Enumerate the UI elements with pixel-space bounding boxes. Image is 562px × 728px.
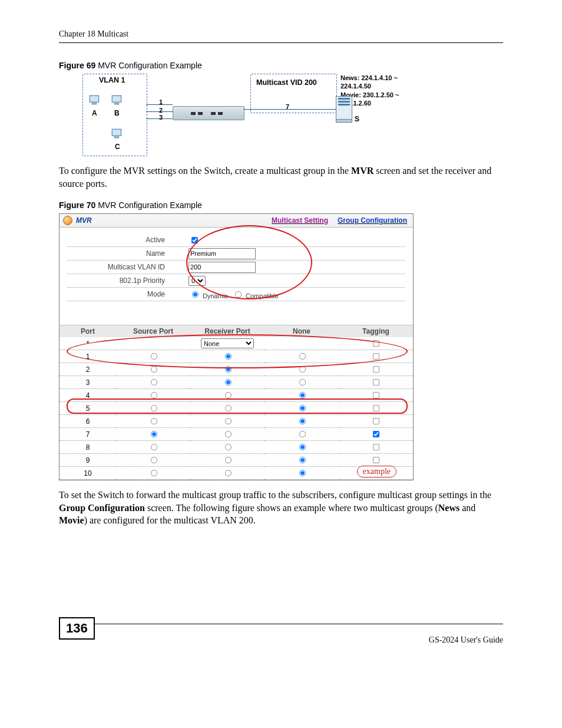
input-multicast-vlan-id[interactable] xyxy=(189,262,256,273)
radio-port-rcv[interactable] xyxy=(224,379,231,386)
svg-rect-2 xyxy=(112,95,121,102)
cell-port: 7 xyxy=(59,428,116,441)
radio-port-src[interactable] xyxy=(150,470,157,476)
checkbox-port-tag[interactable] xyxy=(373,405,379,411)
radio-port-none[interactable] xyxy=(299,470,305,476)
svg-rect-4 xyxy=(112,129,121,136)
table-row: 2 xyxy=(59,363,413,376)
paragraph-2: To set the Switch to forward the multica… xyxy=(59,489,503,527)
radio-port-src[interactable] xyxy=(150,457,157,463)
svg-rect-3 xyxy=(114,103,120,104)
figure69-caption: Figure 69 MVR Configuration Example xyxy=(59,61,503,70)
radio-port-rcv[interactable] xyxy=(224,444,231,450)
radio-port-none[interactable] xyxy=(299,431,305,437)
page-footer: 136 GS-2024 User's Guide xyxy=(59,624,503,651)
page-number: 136 xyxy=(59,617,95,640)
link-group-configuration[interactable]: Group Configuration xyxy=(338,216,407,225)
table-row: 5 xyxy=(59,402,413,415)
switch-icon xyxy=(173,106,244,120)
radio-port-none[interactable] xyxy=(299,379,305,386)
label-active: Active xyxy=(68,236,189,244)
pc-a-label: A xyxy=(92,109,97,117)
figure70-num: Figure 70 xyxy=(59,200,95,210)
radio-port-none[interactable] xyxy=(299,392,305,398)
figure70-caption: Figure 70 MVR Configuration Example xyxy=(59,200,503,210)
radio-port-src[interactable] xyxy=(150,431,157,437)
mvr-title: MVR xyxy=(76,216,92,225)
radio-mode-dynamic[interactable] xyxy=(192,291,199,298)
checkbox-port-tag[interactable] xyxy=(373,366,379,373)
radio-port-rcv[interactable] xyxy=(224,392,231,398)
figure69-num: Figure 69 xyxy=(59,61,95,70)
radio-port-rcv[interactable] xyxy=(224,470,231,476)
cell-port: 4 xyxy=(59,389,116,402)
label-mode-compatible: Compatible xyxy=(246,292,279,299)
checkbox-active[interactable] xyxy=(191,237,198,243)
checkbox-port-tag[interactable] xyxy=(373,418,379,424)
wire-7-label: 7 xyxy=(286,103,289,110)
figure69-diagram: VLAN 1 Multicast VID 200 News: 224.1.4.1… xyxy=(82,74,412,156)
example-label: example xyxy=(357,466,396,477)
table-row: 6 xyxy=(59,415,413,428)
checkbox-port-tag[interactable] xyxy=(373,353,379,360)
vlan1-label: VLAN 1 xyxy=(99,76,125,84)
radio-port-none[interactable] xyxy=(299,444,305,450)
checkbox-port-tag[interactable] xyxy=(373,379,379,386)
guide-name: GS-2024 User's Guide xyxy=(429,635,503,645)
pc-b-icon xyxy=(111,94,124,107)
mvr-titlebar: MVR Multicast Setting Group Configuratio… xyxy=(59,214,413,228)
radio-mode-compatible[interactable] xyxy=(235,291,242,298)
radio-port-none[interactable] xyxy=(299,366,305,373)
input-name[interactable] xyxy=(189,248,256,259)
table-row: 8 xyxy=(59,441,413,454)
radio-port-rcv[interactable] xyxy=(224,431,231,437)
port-table: Port Source Port Receiver Port None Tagg… xyxy=(59,325,413,480)
svg-rect-1 xyxy=(92,103,97,104)
label-mode: Mode xyxy=(68,290,189,298)
server-icon xyxy=(336,96,351,124)
radio-port-none[interactable] xyxy=(299,353,305,360)
svg-rect-5 xyxy=(114,136,120,138)
checkbox-port-tag[interactable] xyxy=(373,444,379,450)
pc-c-label: C xyxy=(115,143,120,151)
radio-port-src[interactable] xyxy=(150,379,157,386)
radio-port-src[interactable] xyxy=(150,353,157,360)
wire-1-label: 1 xyxy=(159,98,163,106)
wire-2-label: 2 xyxy=(159,107,163,114)
pc-a-icon xyxy=(88,94,101,107)
col-tagging: Tagging xyxy=(339,325,413,338)
radio-port-none[interactable] xyxy=(299,405,305,411)
select-8021p-priority[interactable]: 0 xyxy=(189,276,206,286)
cell-port: 1 xyxy=(59,350,116,363)
radio-port-none[interactable] xyxy=(299,457,305,463)
radio-port-src[interactable] xyxy=(150,366,157,373)
link-multicast-setting[interactable]: Multicast Setting xyxy=(272,216,328,225)
radio-port-rcv[interactable] xyxy=(224,353,231,360)
table-row: 7 xyxy=(59,428,413,441)
cell-port: 9 xyxy=(59,454,116,467)
figure70-title: MVR Configuration Example xyxy=(95,200,202,210)
wire-3-label: 3 xyxy=(159,114,163,121)
radio-port-rcv[interactable] xyxy=(224,457,231,463)
figure70-screenshot: MVR Multicast Setting Group Configuratio… xyxy=(59,213,414,480)
orb-icon xyxy=(63,216,72,225)
chapter-header: Chapter 18 Multicast xyxy=(59,29,503,43)
radio-port-src[interactable] xyxy=(150,444,157,450)
radio-port-rcv[interactable] xyxy=(224,418,231,424)
label-mvid: Multicast VLAN ID xyxy=(68,263,189,271)
radio-port-rcv[interactable] xyxy=(224,405,231,411)
checkbox-star-tag[interactable] xyxy=(373,340,379,347)
radio-port-src[interactable] xyxy=(150,392,157,398)
select-star-mode[interactable]: None xyxy=(201,338,254,348)
checkbox-port-tag[interactable] xyxy=(373,392,379,398)
pc-c-icon xyxy=(111,128,124,141)
checkbox-port-tag[interactable] xyxy=(373,457,379,463)
label-name: Name xyxy=(68,249,189,258)
paragraph-1: To configure the MVR settings on the Swi… xyxy=(59,164,503,190)
radio-port-src[interactable] xyxy=(150,405,157,411)
radio-port-src[interactable] xyxy=(150,418,157,424)
radio-port-rcv[interactable] xyxy=(224,366,231,373)
checkbox-port-tag[interactable] xyxy=(373,431,379,437)
wire-7 xyxy=(243,109,336,110)
radio-port-none[interactable] xyxy=(299,418,305,424)
